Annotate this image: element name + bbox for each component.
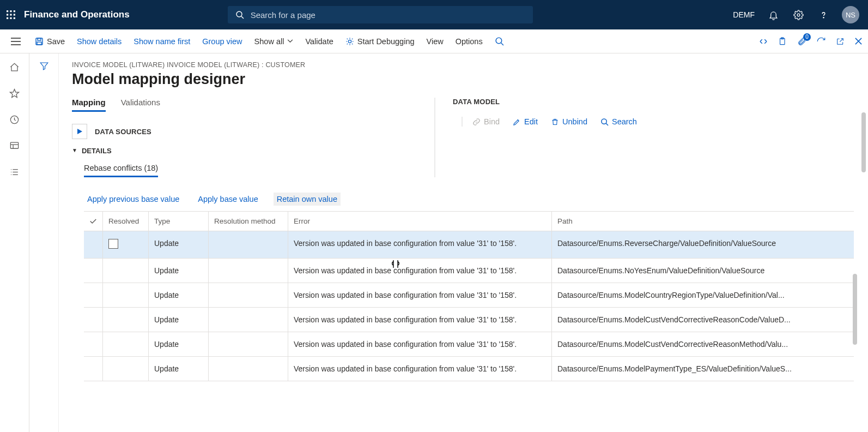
- close-button[interactable]: [854, 37, 863, 45]
- apply-base-value-button[interactable]: Apply base value: [195, 193, 261, 206]
- resolved-cell[interactable]: [103, 332, 149, 357]
- checkbox[interactable]: [108, 239, 118, 249]
- table-row[interactable]: Update Version was updated in base confi…: [84, 357, 854, 381]
- resolution-cell: [209, 259, 288, 283]
- path-cell: Datasource/Enums.ModelCountryRegionType/…: [552, 283, 854, 308]
- top-navigation-bar: Finance and Operations Search for a page…: [0, 0, 868, 29]
- resolved-cell[interactable]: [103, 283, 149, 308]
- col-resolved[interactable]: Resolved: [103, 212, 149, 231]
- table-row[interactable]: Update Version was updated in base confi…: [84, 231, 854, 259]
- waffle-icon[interactable]: [4, 8, 17, 21]
- search-button[interactable]: Search: [600, 117, 637, 126]
- home-icon[interactable]: [9, 61, 21, 73]
- workspaces-icon[interactable]: [9, 140, 21, 152]
- type-cell: Update: [149, 308, 209, 332]
- row-selector-cell[interactable]: [84, 357, 103, 381]
- path-cell: Datasource/Enums.ReverseCharge/ValueDefi…: [552, 231, 854, 259]
- resolved-cell[interactable]: [103, 357, 149, 381]
- gear-icon[interactable]: [792, 8, 805, 21]
- save-button[interactable]: Save: [35, 37, 65, 46]
- options-menu[interactable]: Options: [456, 37, 483, 46]
- resolved-cell[interactable]: [103, 231, 149, 259]
- bell-icon[interactable]: [767, 8, 780, 21]
- search-icon: [495, 37, 504, 46]
- edit-button[interactable]: Edit: [513, 117, 538, 126]
- table-row[interactable]: Update Version was updated in base confi…: [84, 332, 854, 357]
- svg-line-21: [501, 43, 503, 45]
- data-sources-header: DATA SOURCES: [95, 128, 151, 136]
- search-icon: [600, 118, 609, 126]
- start-debugging-button[interactable]: Start Debugging: [345, 37, 415, 46]
- paste-icon[interactable]: [778, 37, 787, 46]
- svg-line-10: [241, 16, 244, 19]
- svg-point-11: [797, 14, 800, 16]
- validate-button[interactable]: Validate: [305, 37, 333, 46]
- show-all-dropdown[interactable]: Show all: [254, 37, 294, 46]
- user-avatar[interactable]: NS: [842, 6, 859, 23]
- run-button[interactable]: [72, 124, 87, 139]
- table-row[interactable]: Update Version was updated in base confi…: [84, 308, 854, 332]
- error-cell: Version was updated in base configuratio…: [288, 332, 552, 357]
- tab-mapping[interactable]: Mapping: [72, 98, 106, 112]
- row-selector-cell[interactable]: [84, 332, 103, 357]
- svg-rect-18: [37, 42, 41, 45]
- resolution-cell: [209, 308, 288, 332]
- row-selector-cell[interactable]: [84, 231, 103, 259]
- refresh-button[interactable]: [816, 37, 826, 46]
- table-row[interactable]: Update Version was updated in base confi…: [84, 283, 854, 308]
- bug-icon: [345, 37, 354, 46]
- view-menu[interactable]: View: [427, 37, 444, 46]
- attachment-button[interactable]: 0: [797, 37, 806, 46]
- tab-rebase-conflicts[interactable]: Rebase conflicts (18): [84, 164, 158, 177]
- svg-rect-8: [13, 17, 15, 19]
- tab-validations[interactable]: Validations: [121, 98, 160, 112]
- page-scrollbar[interactable]: [859, 107, 868, 410]
- company-selector[interactable]: DEMF: [733, 10, 755, 19]
- group-view-button[interactable]: Group view: [202, 37, 242, 46]
- trash-icon: [551, 118, 559, 126]
- resolution-cell: [209, 332, 288, 357]
- table-row[interactable]: Update Version was updated in base confi…: [84, 259, 854, 283]
- resolved-cell[interactable]: [103, 308, 149, 332]
- row-selector-cell[interactable]: [84, 283, 103, 308]
- col-path[interactable]: Path: [552, 212, 854, 231]
- table-scrollbar[interactable]: [853, 274, 858, 394]
- svg-rect-6: [7, 17, 8, 19]
- row-selector-cell[interactable]: [84, 259, 103, 283]
- unbind-button[interactable]: Unbind: [551, 117, 587, 126]
- resolved-cell[interactable]: [103, 259, 149, 283]
- hamburger-icon[interactable]: [11, 38, 21, 45]
- col-type[interactable]: Type: [149, 212, 209, 231]
- col-resolution[interactable]: Resolution method: [209, 212, 288, 231]
- data-model-header: DATA MODEL: [453, 98, 859, 106]
- filter-pane: [29, 53, 59, 432]
- svg-rect-1: [10, 10, 11, 12]
- extension-icon[interactable]: [758, 37, 768, 46]
- chevron-down-icon: [287, 39, 293, 43]
- retain-own-value-button[interactable]: Retain own value: [274, 193, 341, 206]
- help-icon[interactable]: [817, 8, 830, 21]
- resolution-cell: [209, 231, 288, 259]
- refresh-icon: [816, 37, 826, 46]
- details-expander[interactable]: ▼ DETAILS: [72, 147, 423, 155]
- select-all-header[interactable]: [84, 212, 103, 231]
- apply-previous-base-value-button[interactable]: Apply previous base value: [84, 193, 183, 206]
- page-content: INVOICE MODEL (LITWARE) INVOICE MODEL (L…: [59, 53, 868, 432]
- svg-rect-3: [7, 14, 8, 15]
- favorites-icon[interactable]: [9, 87, 21, 99]
- show-name-first-button[interactable]: Show name first: [133, 37, 190, 46]
- check-icon: [89, 218, 97, 224]
- svg-rect-0: [7, 10, 8, 12]
- pencil-icon: [513, 118, 521, 126]
- popout-button[interactable]: [836, 37, 845, 46]
- recent-icon[interactable]: [9, 113, 21, 125]
- page-title: Model mapping designer: [72, 71, 859, 88]
- show-details-button[interactable]: Show details: [77, 37, 122, 46]
- global-search[interactable]: Search for a page: [228, 6, 533, 23]
- modules-icon[interactable]: [9, 166, 21, 178]
- col-error[interactable]: Error: [288, 212, 552, 231]
- close-icon: [854, 37, 863, 45]
- secondary-search-button[interactable]: [495, 37, 504, 46]
- row-selector-cell[interactable]: [84, 308, 103, 332]
- filter-icon[interactable]: [39, 61, 49, 71]
